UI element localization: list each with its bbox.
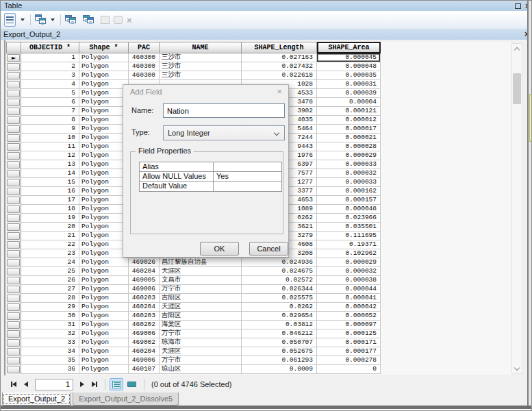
cell-shape-area: 0.000038 <box>317 276 381 285</box>
cell-objectid: 20 <box>21 223 79 232</box>
column-header-shape[interactable]: Shape * <box>79 42 129 53</box>
previous-record-button[interactable] <box>20 378 32 390</box>
cell-pac: 469026 <box>129 258 160 267</box>
row-selector[interactable] <box>6 160 21 169</box>
row-selector[interactable] <box>6 365 21 374</box>
row-selector[interactable] <box>6 223 21 232</box>
cancel-button[interactable]: Cancel <box>249 242 288 256</box>
row-selector[interactable] <box>6 116 21 125</box>
delete-selected-button: × <box>125 13 134 27</box>
column-header-pac[interactable]: PAC <box>129 42 160 53</box>
row-selector[interactable] <box>6 356 21 365</box>
related-tables-button[interactable] <box>34 13 56 27</box>
cell-objectid: 33 <box>21 338 79 347</box>
cell-shape-length: 0.052675 <box>242 347 317 356</box>
property-row: Allow NULL ValuesYes <box>140 172 281 182</box>
cell-shape-area: 0.000032 <box>317 169 381 178</box>
show-all-records-button[interactable] <box>110 378 123 390</box>
field-type-select[interactable]: Long Integer <box>163 125 285 140</box>
row-selector[interactable] <box>6 232 21 240</box>
cell-shape: Polygon <box>79 267 129 276</box>
row-selector[interactable] <box>6 347 21 356</box>
table-options-dropdown[interactable] <box>17 13 26 27</box>
table-row: 31Polygon460202海棠区0.038120.000097 <box>6 321 381 329</box>
row-selector[interactable] <box>6 338 21 347</box>
tab-export-output-2[interactable]: Export_Output_2 <box>2 393 71 406</box>
field-name-input[interactable] <box>163 103 285 118</box>
ok-button[interactable]: OK <box>200 242 239 256</box>
row-selector[interactable] <box>6 258 21 267</box>
scroll-up-icon[interactable] <box>512 44 522 54</box>
row-selector[interactable] <box>6 267 21 276</box>
row-selector[interactable] <box>6 285 21 294</box>
cell-pac: 469005 <box>129 276 160 285</box>
row-selector[interactable] <box>6 276 21 285</box>
row-selector[interactable] <box>6 240 21 249</box>
cell-shape: Polygon <box>79 329 129 338</box>
scrollbar-thumb[interactable] <box>513 73 521 104</box>
table-options-button[interactable] <box>4 13 16 27</box>
cell-shape: Polygon <box>79 214 129 223</box>
column-header-shape-area[interactable]: SHAPE_Area <box>317 42 381 53</box>
table-row: ►1Polygon460300三沙市0.0271630.000045 <box>6 53 381 62</box>
clear-selection-button <box>99 13 111 27</box>
property-value[interactable] <box>213 162 281 171</box>
row-selector[interactable] <box>6 321 21 329</box>
row-selector[interactable] <box>6 125 21 134</box>
first-record-button[interactable] <box>8 378 20 390</box>
row-selector[interactable] <box>6 303 21 312</box>
cell-pac: 460202 <box>129 321 160 329</box>
row-selector[interactable] <box>6 214 21 223</box>
property-row: Default Value <box>140 182 281 191</box>
cell-pac: 460203 <box>129 312 160 321</box>
property-name: Default Value <box>140 182 213 191</box>
switch-selection-icon <box>83 14 97 25</box>
column-header-shape-length[interactable]: SHAPE_Length <box>242 42 317 53</box>
row-selector[interactable] <box>6 329 21 338</box>
switch-selection-button[interactable] <box>81 13 98 27</box>
window-title: Table <box>1 1 22 11</box>
cell-objectid: 12 <box>21 151 79 160</box>
row-selector[interactable] <box>6 107 21 116</box>
table-row: 24Polygon469026昌江黎族自治县0.0249360.000029 <box>6 258 381 267</box>
row-selector[interactable] <box>6 196 21 205</box>
row-selector[interactable] <box>6 178 21 187</box>
row-selector[interactable] <box>6 187 21 196</box>
show-selected-records-button[interactable] <box>125 378 138 390</box>
row-selector[interactable] <box>6 151 21 160</box>
cell-shape-area: 0.111695 <box>317 232 381 240</box>
row-selector[interactable]: ► <box>6 53 21 62</box>
float-window-icon[interactable] <box>515 3 521 9</box>
column-header-name[interactable]: NAME <box>160 42 242 53</box>
row-selector[interactable] <box>6 205 21 214</box>
row-selector[interactable] <box>6 98 21 107</box>
cell-shape: Polygon <box>79 258 129 267</box>
row-selector[interactable] <box>6 80 21 89</box>
property-value[interactable]: Yes <box>213 172 281 181</box>
column-header-selector[interactable] <box>6 42 21 53</box>
vertical-scrollbar[interactable] <box>511 43 522 374</box>
row-selector[interactable] <box>6 312 21 321</box>
row-selector[interactable] <box>6 134 21 142</box>
cell-objectid: 15 <box>21 178 79 187</box>
property-value[interactable] <box>213 182 281 191</box>
select-highlighted-button[interactable] <box>64 13 80 27</box>
cell-name: 吉阳区 <box>160 294 242 303</box>
scroll-down-icon[interactable] <box>512 363 522 373</box>
column-header-objectid[interactable]: OBJECTID * <box>21 42 79 53</box>
next-record-button[interactable] <box>76 378 88 390</box>
row-selector[interactable] <box>6 249 21 258</box>
row-selector[interactable] <box>6 62 21 71</box>
row-selector[interactable] <box>6 89 21 98</box>
cell-objectid: 26 <box>21 276 79 285</box>
row-selector[interactable] <box>6 142 21 151</box>
row-selector[interactable] <box>6 169 21 178</box>
cell-shape: Polygon <box>79 71 129 80</box>
record-number-input[interactable] <box>35 379 73 390</box>
dialog-close-icon[interactable]: × <box>277 86 282 97</box>
row-selector[interactable] <box>6 71 21 80</box>
tab-export-output-2-dissolve5[interactable]: Export_Output_2_Dissolve5 <box>73 393 179 406</box>
last-record-button[interactable] <box>88 378 101 390</box>
row-selector[interactable] <box>6 294 21 303</box>
selection-status: (0 out of 4746 Selected) <box>151 380 231 388</box>
